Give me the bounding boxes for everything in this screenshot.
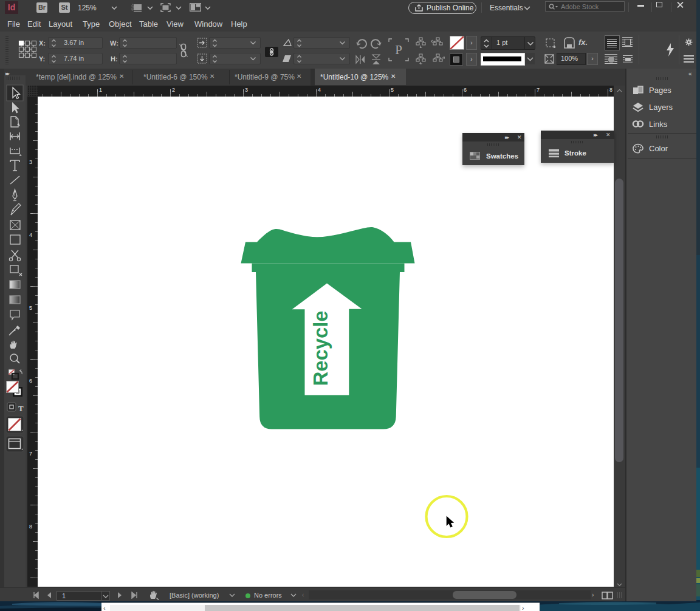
svg-text:T: T: [18, 404, 24, 413]
svg-text:P: P: [395, 43, 402, 57]
svg-text:Recycle: Recycle: [309, 311, 332, 386]
